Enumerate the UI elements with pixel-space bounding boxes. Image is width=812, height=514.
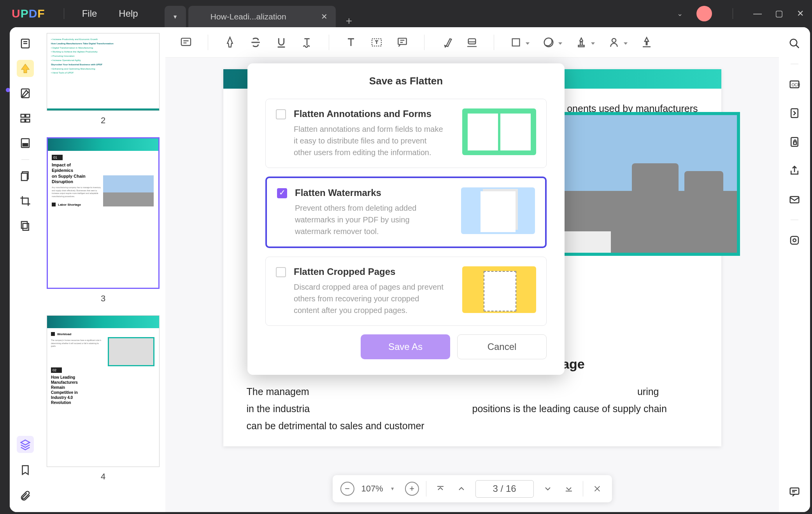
redact-icon[interactable] xyxy=(17,135,34,152)
compress-icon[interactable] xyxy=(786,105,803,122)
doc-text: in the industria xyxy=(247,400,433,418)
first-page-button[interactable] xyxy=(433,482,447,496)
divider xyxy=(791,220,798,220)
svg-rect-22 xyxy=(791,109,798,118)
divider xyxy=(64,8,64,19)
squiggly-icon[interactable] xyxy=(298,33,316,51)
search-icon[interactable] xyxy=(786,35,803,52)
minimize-button[interactable]: — xyxy=(754,10,761,17)
checkbox[interactable] xyxy=(277,188,287,198)
modal-title: Save as Flatten xyxy=(265,75,547,87)
text-icon[interactable] xyxy=(342,33,360,51)
highlight-icon[interactable] xyxy=(221,33,239,51)
option-illustration xyxy=(462,108,536,155)
organize-icon[interactable] xyxy=(17,110,34,127)
option-flatten-watermarks[interactable]: Flatten Watermarks Prevent others from d… xyxy=(265,177,547,248)
checkbox[interactable] xyxy=(276,267,286,277)
checkbox[interactable] xyxy=(276,109,286,119)
divider xyxy=(733,8,733,19)
thumbnail-panel: • Increase Productivity and Economic Gro… xyxy=(41,27,165,512)
menu-file[interactable]: File xyxy=(71,8,108,19)
svg-rect-5 xyxy=(26,119,30,122)
close-bar-button[interactable] xyxy=(590,482,604,496)
prev-page-button[interactable] xyxy=(454,482,468,496)
note-icon[interactable] xyxy=(177,33,195,51)
stamp-icon[interactable] xyxy=(572,33,590,51)
crop-icon[interactable] xyxy=(17,192,34,210)
eraser-icon[interactable] xyxy=(463,33,481,51)
cancel-button[interactable]: Cancel xyxy=(457,334,547,359)
svg-point-19 xyxy=(790,39,797,46)
doc-text: positions is the leading cause of supply… xyxy=(472,400,675,418)
sticker-icon[interactable] xyxy=(540,33,558,51)
svg-text:OCR: OCR xyxy=(792,83,800,87)
svg-rect-25 xyxy=(790,197,799,203)
tab-dropdown[interactable]: ▼ xyxy=(165,6,186,27)
svg-rect-28 xyxy=(790,488,799,494)
next-page-button[interactable] xyxy=(541,482,555,496)
protect-icon[interactable] xyxy=(786,133,803,150)
divider xyxy=(791,64,798,64)
maximize-button[interactable]: ▢ xyxy=(775,10,783,17)
tab-group: ▼ How-Leadi...alization × + xyxy=(165,0,360,27)
bookmark-icon[interactable] xyxy=(17,462,34,479)
option-flatten-cropped[interactable]: Flatten Cropped Pages Discard cropped ar… xyxy=(265,257,547,326)
doc-image xyxy=(538,112,740,256)
titlebar-controls: ⌄ — ▢ ✕ xyxy=(677,6,804,21)
menu-help[interactable]: Help xyxy=(108,8,149,19)
document-tab[interactable]: How-Leadi...alization × xyxy=(188,6,336,27)
option-flatten-annotations[interactable]: Flatten Annotations and Forms Flatten an… xyxy=(265,99,547,168)
save-as-button[interactable]: Save As xyxy=(361,334,450,359)
svg-rect-26 xyxy=(791,236,798,244)
pencil-icon[interactable] xyxy=(437,33,455,51)
zoom-out-button[interactable]: − xyxy=(340,482,354,496)
svg-rect-15 xyxy=(468,38,476,44)
avatar[interactable] xyxy=(696,6,712,21)
left-sidebar xyxy=(10,27,41,512)
strikethrough-icon[interactable] xyxy=(247,33,265,51)
signature-icon[interactable] xyxy=(605,33,623,51)
ocr-icon[interactable]: OCR xyxy=(786,76,803,93)
thumbnail[interactable]: WorkloadThe company's human resources ha… xyxy=(47,315,160,482)
comment-list-icon[interactable] xyxy=(786,483,803,500)
edit-icon[interactable] xyxy=(17,85,34,102)
pages-icon[interactable] xyxy=(17,168,34,185)
thumbnail[interactable]: • Increase Productivity and Economic Gro… xyxy=(47,33,160,126)
divider xyxy=(21,159,29,160)
attachment-icon[interactable] xyxy=(17,487,34,504)
close-button[interactable]: ✕ xyxy=(796,10,804,17)
doc-text: The managem xyxy=(247,383,433,400)
reader-icon[interactable] xyxy=(17,35,34,52)
zoom-in-button[interactable]: + xyxy=(405,482,419,496)
underline-icon[interactable] xyxy=(272,33,290,51)
option-illustration xyxy=(462,266,536,313)
share-icon[interactable] xyxy=(786,162,803,179)
svg-rect-4 xyxy=(21,119,25,122)
sign-icon[interactable] xyxy=(638,33,656,51)
svg-rect-10 xyxy=(23,224,29,231)
callout-icon[interactable] xyxy=(393,33,411,51)
comment-icon[interactable] xyxy=(17,60,34,77)
shape-icon[interactable] xyxy=(507,33,525,51)
doc-text: uring xyxy=(472,383,675,400)
option-title: Flatten Cropped Pages xyxy=(294,266,454,277)
copy-icon[interactable] xyxy=(17,217,34,234)
svg-rect-16 xyxy=(512,38,520,46)
chevron-down-icon[interactable]: ⌄ xyxy=(677,9,683,18)
close-icon[interactable]: × xyxy=(321,10,327,23)
svg-rect-14 xyxy=(398,38,406,44)
page-input[interactable]: 3 / 16 xyxy=(475,480,534,498)
svg-rect-24 xyxy=(794,142,797,144)
last-page-button[interactable] xyxy=(562,482,576,496)
zoom-value: 107% xyxy=(361,484,383,494)
zoom-dropdown[interactable]: ▼ xyxy=(390,486,395,491)
email-icon[interactable] xyxy=(786,191,803,208)
print-icon[interactable] xyxy=(786,232,803,249)
thumb-number: 3 xyxy=(101,294,105,304)
titlebar: UPDF File Help ▼ How-Leadi...alization ×… xyxy=(0,0,812,27)
new-tab-button[interactable]: + xyxy=(338,15,360,27)
textbox-icon[interactable] xyxy=(368,33,386,51)
layers-icon[interactable] xyxy=(17,436,34,453)
thumbnail[interactable]: 01Impact ofEpidemicson Supply ChainDisru… xyxy=(47,137,160,304)
svg-point-18 xyxy=(612,38,616,42)
